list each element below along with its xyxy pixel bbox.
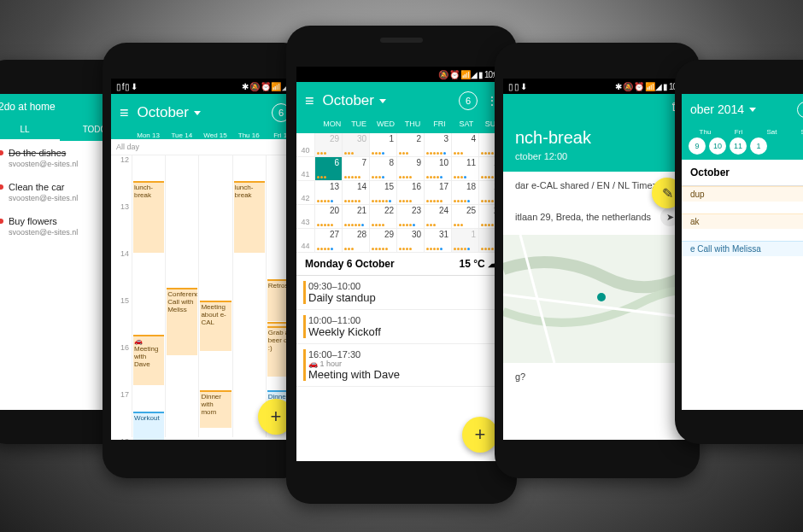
map[interactable] [503,235,691,363]
agenda-item[interactable]: 10:00–11:00Weekly Kickoff [296,310,507,344]
todo-title: Buy flowers [9,216,57,226]
priority-dot [0,150,3,155]
today-badge[interactable]: 6 [797,102,803,118]
day-cell[interactable]: 2 [397,133,425,157]
phone-week: ▯ f ▯ ⬇ ✱ 🔕 ⏰ 📶 ◢ ▮ ≡ October 6 Mon 13Tu… [103,43,308,478]
weather: 15 °C ☁ [460,258,499,270]
day-cell[interactable]: 25 [452,205,479,229]
list-event[interactable]: dup [682,186,803,202]
going-row[interactable]: g? [503,363,691,390]
agenda-header: Monday 6 October 15 °C ☁ [296,253,507,276]
menu-icon[interactable]: ≡ [305,92,314,110]
event-block[interactable]: Meeting about e-CAL [200,301,231,351]
month-picker[interactable]: October [138,104,201,121]
today-badge[interactable]: 6 [459,91,478,110]
day-cell[interactable]: 3 [425,133,452,157]
month-grid[interactable]: 4029301234541678910111242131415161718194… [296,133,507,253]
agenda-date: Monday 6 October [305,258,395,270]
list-event[interactable]: e Call with Melissa [682,241,803,256]
dow-header: MONTUEWEDTHUFRISATSUN [296,120,507,132]
status-icons-left: ▯ f ▯ ⬇ [116,82,137,91]
day-cell[interactable]: 21 [343,205,370,229]
event-block[interactable]: lunch-break [234,181,265,253]
day-cell[interactable]: 14 [343,181,370,205]
day-cell[interactable]: 18 [452,181,479,205]
day-cell[interactable]: 16 [397,181,425,205]
day-cell[interactable]: 15 [370,181,397,205]
menu-icon[interactable]: ≡ [120,104,129,122]
status-icons-right: 🔕 ⏰ 📶 ◢ ▮ 10:09 [438,70,501,79]
day-cell[interactable]: 13 [315,181,343,205]
day-cell[interactable]: 6 [315,157,343,181]
todo-title: Do the dishes [9,148,66,158]
todo-title: Clean the car [9,182,64,192]
month-picker[interactable]: ober 2014 [690,102,756,116]
event-block[interactable]: lunch-break [133,181,164,253]
app-bar: ≡ October 6 ⋮ [296,82,507,120]
add-fab[interactable]: + [462,417,498,453]
day-cell[interactable]: 20 [315,205,343,229]
priority-dot [0,219,3,224]
day-chips[interactable]: 910111 [682,137,803,160]
chevron-down-icon [194,111,201,115]
day-cell[interactable]: 22 [370,205,397,229]
event-block[interactable]: Workout [133,412,164,440]
day-cell[interactable]: 23 [397,205,425,229]
day-cell[interactable]: 30 [343,133,370,157]
status-bar: ▯ ▯ ⬇ ✱ 🔕 ⏰ 📶 ◢ ▮ 10:22 [503,79,691,94]
day-chip[interactable]: 1 [750,137,767,155]
week-grid[interactable]: 12131415161718192021 lunch-break🚗 Meetin… [111,155,299,437]
all-day-label: All day [111,139,299,155]
day-cell[interactable]: 1 [370,133,397,157]
phone-list: ober 2014 6 ThuFriSatSu 910111 October d… [675,60,803,444]
day-cell[interactable]: 9 [397,157,425,181]
event-block[interactable]: 🚗 Meeting with Dave [133,335,164,385]
status-bar: 🔕 ⏰ 📶 ◢ ▮ 10:09 [296,67,507,82]
status-bar: ▯ f ▯ ⬇ ✱ 🔕 ⏰ 📶 ◢ ▮ [111,79,299,94]
day-cell[interactable]: 28 [343,229,370,253]
app-bar: ≡ October 6 [111,94,299,132]
day-chip[interactable]: 10 [709,137,726,155]
tab-all[interactable]: LL [0,120,60,141]
event-time: ctober 12:00 [515,151,679,161]
event-block[interactable]: Dinner with mom [200,390,231,428]
day-cell[interactable]: 11 [452,157,479,181]
phone-month: 🔕 ⏰ 📶 ◢ ▮ 10:09 ≡ October 6 ⋮ MONTUEWEDT… [286,26,517,504]
day-cell[interactable]: 10 [425,157,452,181]
chevron-down-icon [749,108,756,112]
event-title: nch-break [515,128,679,148]
priority-dot [0,184,3,190]
day-cell[interactable]: 8 [370,157,397,181]
agenda-item[interactable]: 16:00–17:30🚗 1 hourMeeting with Dave [296,344,507,387]
event-header: nch-break ctober 12:00 [503,118,691,172]
week-day-headers: Mon 13Tue 14Wed 15Thu 16Fri 17 [111,132,299,139]
day-cell[interactable]: 4 [452,133,479,157]
day-cell[interactable]: 7 [343,157,370,181]
day-cell[interactable]: 29 [370,229,397,253]
status-icons-left: ▯ ▯ ⬇ [508,82,526,91]
month-picker[interactable]: October [323,92,386,109]
agenda-item[interactable]: 09:30–10:00Daily standup [296,276,507,310]
day-cell[interactable]: 1 [452,229,479,253]
day-cell[interactable]: 24 [425,205,452,229]
app-bar: ober 2014 6 [682,94,803,125]
chevron-down-icon [379,99,386,103]
phone-event: ▯ ▯ ⬇ ✱ 🔕 ⏰ 📶 ◢ ▮ 10:22 🗑 nch-break ctob… [495,43,700,478]
day-chip[interactable]: 9 [689,137,706,155]
section-header: October [682,160,803,186]
day-cell[interactable]: 31 [425,229,452,253]
day-chip[interactable]: 11 [730,137,747,155]
day-cell[interactable]: 30 [397,229,425,253]
list-event[interactable]: ak [682,213,803,229]
map-pin [597,293,606,301]
todo-list-name: 2do at home [0,101,56,113]
day-cell[interactable]: 17 [425,181,452,205]
day-cell[interactable]: 27 [315,229,343,253]
day-cell[interactable]: 29 [315,133,343,157]
event-block[interactable]: Conference Call with Meliss [167,288,197,355]
